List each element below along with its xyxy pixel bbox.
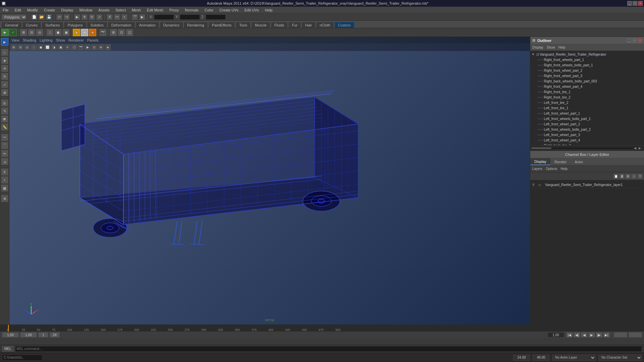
- light3-btn[interactable]: ●: [89, 29, 96, 36]
- play-fwd-btn[interactable]: ▶: [588, 332, 595, 338]
- scale-tool[interactable]: ⤢: [1, 81, 8, 88]
- tab-subdivs[interactable]: Subdivs: [87, 22, 107, 28]
- outliner-minimize[interactable]: _: [627, 39, 631, 43]
- show-manip-tool[interactable]: ⊕: [1, 195, 8, 202]
- snap-point-icon[interactable]: •: [121, 14, 127, 20]
- outliner-item-3[interactable]: — ○ Right_front_wheel_part_2: [530, 68, 644, 73]
- range-end-display[interactable]: [533, 355, 549, 361]
- light2-btn[interactable]: ●: [81, 29, 88, 36]
- redo-icon[interactable]: ↪: [64, 14, 70, 20]
- lighting-menu[interactable]: Lighting: [40, 38, 53, 42]
- select-tool-btn[interactable]: ▶: [1, 29, 9, 36]
- range-start-display[interactable]: [513, 355, 530, 361]
- grid-snap-tool[interactable]: #: [1, 168, 8, 176]
- shaded-btn[interactable]: ◼: [54, 29, 62, 36]
- current-time-field[interactable]: [38, 332, 48, 338]
- ipr-icon[interactable]: ▶: [139, 14, 145, 20]
- render-icon[interactable]: 🎬: [132, 14, 138, 20]
- cb-tab-display[interactable]: Display: [530, 158, 550, 165]
- outliner-item-5[interactable]: — ○ Right_back_wheels_bolts_part_003: [530, 78, 644, 84]
- move-icon[interactable]: ✛: [82, 14, 88, 20]
- anim-time-input[interactable]: [547, 332, 564, 338]
- outliner-maximize[interactable]: □: [633, 39, 637, 43]
- tab-polygons[interactable]: Polygons: [64, 22, 86, 28]
- vp-light-btn[interactable]: ◑: [51, 44, 57, 50]
- maximize-button[interactable]: □: [633, 1, 637, 6]
- menu-mesh[interactable]: Mesh: [130, 7, 142, 13]
- menu-create[interactable]: Create: [43, 7, 56, 13]
- z-coord-field[interactable]: [206, 14, 226, 20]
- renderer-menu[interactable]: Renderer: [68, 38, 84, 42]
- play-back-btn[interactable]: ◀: [581, 332, 588, 338]
- point-snap-tool[interactable]: •: [1, 176, 8, 184]
- cb-tab-render[interactable]: Render: [550, 158, 571, 165]
- vp-tool2[interactable]: ⊟: [17, 44, 23, 50]
- outliner-close[interactable]: ×: [638, 39, 642, 43]
- total-frames-field[interactable]: [50, 332, 60, 338]
- vp-tool5[interactable]: ◼: [38, 44, 44, 50]
- skip-start-btn[interactable]: |◀: [566, 332, 573, 338]
- menu-display[interactable]: Display: [60, 7, 74, 13]
- outliner-item-15[interactable]: — ○ Left_front_wheel_part_3: [530, 132, 644, 137]
- outliner-item-16[interactable]: — ○ Left_front_wheel_part_4: [530, 137, 644, 143]
- outliner-item-8[interactable]: — ○ Right_front_tire_2: [530, 95, 644, 100]
- menu-normals[interactable]: Normals: [183, 7, 200, 13]
- minimize-button[interactable]: _: [627, 1, 632, 6]
- three-point-tool[interactable]: ⊿: [1, 158, 8, 165]
- cb-new-layer[interactable]: 📋: [613, 174, 619, 179]
- scale-icon[interactable]: ⤢: [96, 14, 102, 20]
- outliner-item-6[interactable]: — ○ Right_front_wheel_part_4: [530, 84, 644, 89]
- y-coord-field[interactable]: [180, 14, 200, 20]
- menu-file[interactable]: File: [1, 7, 10, 13]
- outliner-content[interactable]: ▼ ⊡ Vanguard_Reefer_Semi_Trailer_Refrige…: [530, 51, 644, 145]
- layer-row-1[interactable]: V ⊡ Vanguard_Reefer_Semi_Trailer_Refrige…: [532, 182, 643, 188]
- tab-curves[interactable]: Curves: [22, 22, 41, 28]
- menu-select[interactable]: Select: [114, 7, 127, 13]
- snap-grid-icon[interactable]: #: [107, 14, 113, 20]
- vp-tex-btn[interactable]: ▣: [58, 44, 64, 50]
- tab-custom[interactable]: Custom: [334, 22, 355, 28]
- surface-snap-tool[interactable]: ▦: [1, 184, 8, 192]
- rotate-icon[interactable]: ↻: [89, 14, 95, 20]
- view-menu[interactable]: View: [11, 38, 19, 42]
- lasso-tool[interactable]: ⌂: [1, 49, 8, 56]
- menu-modify[interactable]: Modify: [26, 7, 39, 13]
- tab-surfaces[interactable]: Surfaces: [42, 22, 63, 28]
- pencil-tool[interactable]: ✏: [1, 150, 8, 157]
- prev-key-btn[interactable]: ◀|: [574, 332, 580, 338]
- vp-tool1[interactable]: ⊞: [11, 44, 17, 50]
- cb-subtab-options[interactable]: Options: [546, 167, 557, 171]
- outliner-item-17[interactable]: — ○ Right_back_tire_2: [530, 143, 644, 145]
- sculpt-tool[interactable]: ◓: [1, 115, 8, 123]
- path-field[interactable]: C:\Users\Us...: [2, 355, 42, 361]
- outliner-menu-display[interactable]: Display: [532, 46, 543, 49]
- wireframe-btn[interactable]: □: [46, 29, 54, 36]
- vp-grid-btn[interactable]: #: [64, 44, 70, 50]
- viewport[interactable]: View Shading Lighting Show Renderer Pane…: [9, 37, 530, 324]
- camera-btn[interactable]: 📷: [99, 29, 107, 36]
- vp-frame-btn[interactable]: ⊡: [91, 44, 97, 50]
- vp-wire-btn[interactable]: ⬜: [44, 44, 50, 50]
- outliner-item-11[interactable]: — ○ Left_front_wheel_part_1: [530, 111, 644, 116]
- outliner-hscroll[interactable]: [531, 147, 634, 149]
- undo-icon[interactable]: ↩: [56, 14, 62, 20]
- close-button[interactable]: ×: [638, 1, 643, 6]
- menu-help[interactable]: Help: [264, 7, 274, 13]
- vp-tool4[interactable]: □: [31, 44, 37, 50]
- vis-icon[interactable]: ◎: [36, 29, 43, 36]
- menu-create-uvs[interactable]: Create UVs: [218, 7, 240, 13]
- timeline-ruler[interactable]: 1 25 50 75 100 125 150 175 200 225 250 2…: [0, 325, 644, 331]
- grid-icon[interactable]: ⊟: [28, 29, 35, 36]
- outliner-item-1[interactable]: — ○ Right_front_wheels_part_1: [530, 57, 644, 62]
- show-menu[interactable]: Show: [56, 38, 65, 42]
- menu-edit[interactable]: Edit: [13, 7, 22, 13]
- outliner-menu-help[interactable]: Help: [558, 46, 566, 49]
- measure-tool[interactable]: 📏: [1, 123, 8, 131]
- outliner-item-10[interactable]: — ○ Left_front_tire_1: [530, 105, 644, 111]
- outliner-item-4[interactable]: — ○ Right_front_wheel_part_3: [530, 73, 644, 78]
- artisan-tool[interactable]: ✎: [1, 107, 8, 115]
- tab-hair[interactable]: Hair: [302, 22, 316, 28]
- menu-edit-uvs[interactable]: Edit UVs: [243, 7, 260, 13]
- cb-tab-anim[interactable]: Anim: [571, 158, 587, 165]
- vp-cam-btn[interactable]: 📷: [78, 44, 84, 50]
